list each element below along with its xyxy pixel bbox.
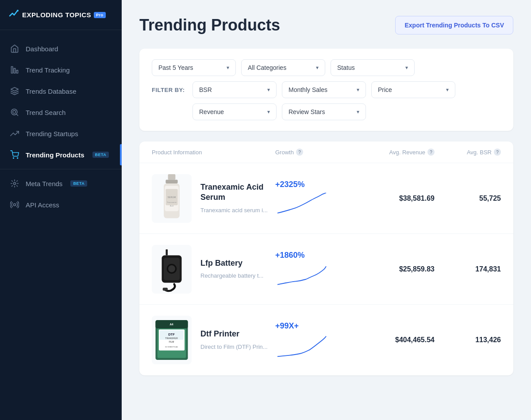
filter-revenue-label: Revenue bbox=[199, 108, 224, 115]
product-name-2: Lfp Battery bbox=[200, 258, 275, 268]
th-growth: Growth ? bbox=[275, 149, 355, 156]
growth-number-1: +2325% bbox=[275, 180, 305, 189]
sidebar-item-label-trend-search: Trend Search bbox=[26, 109, 65, 116]
filter-category[interactable]: All Categories ▾ bbox=[241, 59, 325, 76]
filter-revenue[interactable]: Revenue ▾ bbox=[192, 103, 277, 120]
svg-point-9 bbox=[17, 158, 18, 159]
sidebar-item-trend-search[interactable]: Trend Search bbox=[0, 102, 122, 123]
svg-point-0 bbox=[17, 10, 19, 11]
filter-status-label: Status bbox=[337, 64, 355, 71]
filter-bsr[interactable]: BSR ▾ bbox=[192, 81, 277, 98]
chevron-down-icon: ▾ bbox=[446, 87, 449, 93]
product-row-1[interactable]: SERUM Tranexamic Acid Tranexamic Acid Se… bbox=[139, 163, 513, 234]
sidebar-item-dashboard[interactable]: Dashboard bbox=[0, 38, 122, 59]
export-button[interactable]: Export Trending Products To CSV bbox=[395, 16, 513, 34]
chevron-down-icon: ▾ bbox=[267, 109, 270, 115]
th-avg-bsr: Avg. BSR ? bbox=[435, 149, 501, 156]
filters-section: Past 5 Years ▾ All Categories ▾ Status ▾… bbox=[139, 49, 513, 131]
sidebar-divider bbox=[0, 169, 122, 169]
svg-rect-25 bbox=[163, 287, 168, 290]
svg-rect-20 bbox=[166, 249, 168, 256]
svg-point-6 bbox=[13, 111, 16, 114]
filter-category-label: All Categories bbox=[248, 64, 286, 71]
logo-icon bbox=[9, 10, 19, 20]
product-desc-2: Rechargeable battery t... bbox=[200, 272, 275, 280]
sidebar: EXPLODING TOPICS Pro Dashboard T bbox=[0, 0, 122, 420]
svg-rect-1 bbox=[12, 67, 13, 73]
product-text-2: Lfp Battery Rechargeable battery t... bbox=[200, 258, 275, 280]
bsr-help-icon[interactable]: ? bbox=[494, 149, 501, 156]
shopping-cart-icon bbox=[10, 150, 19, 160]
svg-rect-13 bbox=[165, 179, 177, 183]
filter-status[interactable]: Status ▾ bbox=[331, 59, 415, 76]
filter-by-label: FILTER BY: bbox=[152, 87, 187, 93]
filter-row-2: FILTER BY: BSR ▾ Monthly Sales ▾ Price ▾ bbox=[152, 81, 501, 98]
revenue-help-icon[interactable]: ? bbox=[427, 149, 435, 156]
product-row-3[interactable]: DTF TRANSFER FILM 50 SHEETS A4 A4 Dtf Pr… bbox=[139, 305, 513, 375]
bsr-cell-2: 174,831 bbox=[435, 265, 501, 273]
beta-badge-products: BETA bbox=[92, 152, 109, 158]
filter-time[interactable]: Past 5 Years ▾ bbox=[152, 59, 236, 76]
sparkline-2 bbox=[275, 263, 328, 288]
svg-text:Tranexamic: Tranexamic bbox=[167, 201, 177, 203]
svg-point-11 bbox=[14, 204, 16, 206]
bsr-cell-1: 55,725 bbox=[435, 195, 501, 202]
filter-row-1: Past 5 Years ▾ All Categories ▾ Status ▾ bbox=[152, 59, 501, 76]
page-title: Trending Products bbox=[139, 16, 280, 34]
sidebar-item-api-access[interactable]: API Access bbox=[0, 194, 122, 215]
svg-point-10 bbox=[14, 183, 16, 185]
filter-time-label: Past 5 Years bbox=[158, 64, 193, 71]
chart-bar-icon bbox=[10, 65, 19, 75]
filter-monthly-sales-label: Monthly Sales bbox=[289, 86, 327, 93]
product-row-2[interactable]: Lfp Battery Rechargeable battery t... +1… bbox=[139, 234, 513, 305]
growth-cell-2: +1860% bbox=[275, 251, 355, 288]
svg-text:A4: A4 bbox=[169, 323, 173, 326]
revenue-cell-2: $25,859.83 bbox=[355, 265, 435, 273]
growth-cell-1: +2325% bbox=[275, 180, 355, 217]
svg-text:DTF: DTF bbox=[168, 332, 175, 336]
filter-review-stars-label: Review Stars bbox=[289, 108, 325, 115]
home-icon bbox=[10, 44, 19, 53]
api-icon bbox=[10, 200, 19, 210]
sidebar-item-meta-trends[interactable]: Meta Trends BETA bbox=[0, 173, 122, 194]
filter-row-3: Revenue ▾ Review Stars ▾ bbox=[152, 103, 501, 120]
filter-bsr-label: BSR bbox=[199, 86, 212, 93]
svg-rect-3 bbox=[16, 70, 18, 73]
logo-text: EXPLODING TOPICS bbox=[22, 11, 91, 19]
svg-text:TRANSFER: TRANSFER bbox=[165, 337, 178, 340]
filter-price[interactable]: Price ▾ bbox=[371, 81, 455, 98]
sidebar-item-label-trending-startups: Trending Startups bbox=[26, 130, 78, 137]
sidebar-item-trending-startups[interactable]: Trending Startups bbox=[0, 123, 122, 144]
sparkline-3 bbox=[275, 334, 328, 359]
filter-price-label: Price bbox=[378, 86, 392, 93]
bsr-cell-3: 113,426 bbox=[435, 336, 501, 344]
revenue-cell-3: $404,465.54 bbox=[355, 336, 435, 344]
chevron-down-icon: ▾ bbox=[405, 65, 408, 71]
svg-point-8 bbox=[13, 158, 14, 159]
layers-icon bbox=[10, 86, 19, 96]
product-desc-1: Tranexamic acid serum i... bbox=[200, 206, 275, 214]
sidebar-item-trending-products[interactable]: Trending Products BETA bbox=[0, 144, 122, 165]
page-header: Trending Products Export Trending Produc… bbox=[139, 16, 513, 34]
growth-help-icon[interactable]: ? bbox=[296, 149, 303, 156]
sidebar-item-label-trend-tracking: Trend Tracking bbox=[26, 66, 70, 74]
filter-monthly-sales[interactable]: Monthly Sales ▾ bbox=[282, 81, 366, 98]
sidebar-item-label-dashboard: Dashboard bbox=[26, 45, 58, 53]
svg-point-24 bbox=[168, 265, 175, 272]
filter-review-stars[interactable]: Review Stars ▾ bbox=[282, 103, 366, 120]
th-avg-revenue: Avg. Revenue ? bbox=[355, 149, 435, 156]
product-image-1: SERUM Tranexamic Acid bbox=[152, 174, 192, 223]
product-info-2: Lfp Battery Rechargeable battery t... bbox=[152, 236, 275, 302]
sidebar-item-trends-database[interactable]: Trends Database bbox=[0, 80, 122, 102]
beta-badge-meta: BETA bbox=[70, 180, 87, 187]
logo: EXPLODING TOPICS Pro bbox=[0, 0, 122, 30]
growth-number-3: +99X+ bbox=[275, 321, 299, 331]
svg-line-7 bbox=[16, 114, 18, 116]
growth-cell-3: +99X+ bbox=[275, 321, 355, 359]
main-content: Trending Products Export Trending Produc… bbox=[122, 0, 531, 420]
products-table: Product Information Growth ? Avg. Revenu… bbox=[139, 141, 513, 375]
product-info-3: DTF TRANSFER FILM 50 SHEETS A4 A4 Dtf Pr… bbox=[152, 307, 275, 373]
product-image-2 bbox=[152, 245, 192, 294]
product-text-3: Dtf Printer Direct to Film (DTF) Prin... bbox=[200, 329, 275, 351]
sidebar-item-trend-tracking[interactable]: Trend Tracking bbox=[0, 59, 122, 80]
